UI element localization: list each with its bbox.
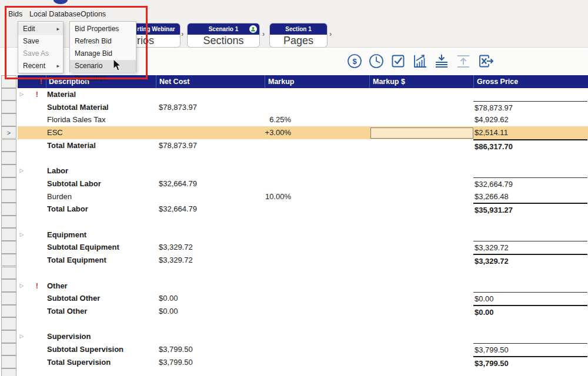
breadcrumb-scenario-button[interactable]: Scenario 1 Sections <box>187 23 260 48</box>
row-selector[interactable] <box>1 164 16 177</box>
net-cost-cell[interactable]: $3,799.50 <box>159 343 193 356</box>
gross-price-cell[interactable]: $0.00 <box>473 292 587 305</box>
gross-price-cell[interactable]: $3,266.48 <box>473 190 587 203</box>
row-selector[interactable] <box>1 139 16 152</box>
description-cell[interactable]: Total Labor <box>47 203 88 216</box>
row-selector[interactable] <box>1 75 16 88</box>
gross-price-cell[interactable]: $4,929.62 <box>473 113 587 126</box>
column-header-net-cost[interactable]: Net Cost <box>156 75 265 88</box>
table-row[interactable]: Total Other$0.00$0.00 <box>18 305 588 318</box>
description-cell[interactable]: Total Other <box>47 305 87 318</box>
description-cell[interactable]: Supervision <box>47 330 91 343</box>
row-selector[interactable] <box>1 152 16 164</box>
row-selector[interactable] <box>1 330 16 343</box>
menu-local-database[interactable]: Local Database <box>29 10 81 18</box>
table-row[interactable]: Subtotal Equipment$3,329.72$3,329.72 <box>18 241 588 254</box>
column-header-gross-price[interactable]: Gross Price <box>473 75 588 88</box>
expand-arrow-icon[interactable]: ▷ <box>18 164 25 177</box>
export-up-icon[interactable] <box>455 53 472 69</box>
row-selector-active[interactable]: > <box>1 126 16 139</box>
description-cell[interactable]: Subtotal Supervision <box>47 343 123 356</box>
table-row[interactable]: Subtotal Material$78,873.97$78,873.97 <box>18 101 588 114</box>
row-selector[interactable] <box>1 216 16 229</box>
net-cost-cell[interactable]: $3,329.72 <box>159 254 193 267</box>
submenu-item-refresh-bid[interactable]: Refresh Bid <box>70 35 136 48</box>
gross-price-cell[interactable]: $2,514.11 <box>473 126 587 139</box>
row-selector[interactable] <box>1 343 16 356</box>
net-cost-cell[interactable]: $78,873.97 <box>159 101 197 114</box>
net-cost-cell[interactable]: $0.00 <box>159 292 178 305</box>
gross-price-cell[interactable]: $86,317.70 <box>473 139 587 152</box>
row-selector[interactable] <box>1 368 16 376</box>
net-cost-cell[interactable]: $3,799.50 <box>159 356 193 369</box>
menu-bids[interactable]: Bids <box>8 10 22 18</box>
table-row[interactable]: Total Supervision$3,799.50$3,799.50 <box>18 356 588 369</box>
row-selector[interactable] <box>1 113 16 126</box>
breadcrumb-bid-button[interactable]: rting Webinar rios <box>132 23 181 48</box>
net-cost-cell[interactable]: $0.00 <box>159 305 178 318</box>
submenu-item-bid-properties[interactable]: Bid Properties <box>70 23 136 35</box>
column-header-alert[interactable]: ! <box>18 75 46 88</box>
row-selector[interactable] <box>1 305 16 318</box>
gross-price-cell[interactable]: $3,799.50 <box>473 343 587 356</box>
column-header-markup[interactable]: Markup <box>265 75 369 88</box>
table-row[interactable]: Subtotal Labor$32,664.79$32,664.79 <box>18 177 588 190</box>
description-cell[interactable]: Subtotal Other <box>47 292 100 305</box>
description-cell[interactable]: Material <box>47 88 76 101</box>
row-selector[interactable] <box>1 279 16 292</box>
markup-cell[interactable]: +3.00% <box>250 126 291 139</box>
table-row[interactable]: Total Labor$32,664.79$35,931.27 <box>18 203 588 216</box>
row-selector[interactable] <box>1 254 16 267</box>
clock-icon[interactable] <box>368 53 385 69</box>
row-selector[interactable] <box>1 88 16 101</box>
gross-price-cell[interactable]: $32,664.79 <box>473 177 587 190</box>
row-selector[interactable] <box>1 100 16 113</box>
table-row[interactable]: ▷Supervision <box>18 330 588 343</box>
description-cell[interactable]: Total Supervision <box>47 356 111 369</box>
table-row[interactable]: ▷!Other <box>18 280 588 293</box>
table-row[interactable]: Total Material$78,873.97$86,317.70 <box>18 139 588 152</box>
net-cost-cell[interactable]: $3,329.72 <box>159 241 193 254</box>
markup-cell[interactable]: 6.25% <box>250 113 291 126</box>
expand-arrow-icon[interactable]: ▷ <box>18 330 25 343</box>
table-row[interactable]: ESC+3.00%$2,514.11 <box>18 126 588 139</box>
expand-arrow-icon[interactable]: ▷ <box>18 280 25 293</box>
row-selector[interactable] <box>1 317 16 330</box>
table-row[interactable]: ▷Labor <box>18 164 588 177</box>
net-cost-cell[interactable]: $78,873.97 <box>159 139 197 152</box>
description-cell[interactable]: Total Material <box>47 139 96 152</box>
menu-item-recent[interactable]: Recent▸ <box>18 60 63 72</box>
dollar-circle-icon[interactable]: $ <box>346 53 363 69</box>
submenu-item-scenario-properties[interactable]: Scenario Properties <box>70 60 136 72</box>
row-selector[interactable] <box>1 355 16 368</box>
table-row[interactable]: ▷!Material <box>18 88 588 101</box>
row-selector[interactable] <box>1 292 16 305</box>
markup-dollar-edit-cell[interactable] <box>370 127 473 139</box>
column-header-markup-dollar[interactable]: Markup $ <box>369 75 473 88</box>
gross-price-cell[interactable]: $0.00 <box>473 305 587 318</box>
markup-cell[interactable]: 10.00% <box>250 190 291 203</box>
description-cell[interactable]: Subtotal Equipment <box>47 241 119 254</box>
description-cell[interactable]: Labor <box>47 164 68 177</box>
gross-price-cell[interactable]: $78,873.97 <box>473 101 587 114</box>
row-selector[interactable] <box>1 203 16 216</box>
row-selector[interactable] <box>1 190 16 203</box>
row-selector[interactable] <box>1 177 16 190</box>
chart-icon[interactable] <box>412 53 428 69</box>
description-cell[interactable]: Total Equipment <box>47 254 106 267</box>
gross-price-cell[interactable]: $35,931.27 <box>473 203 587 216</box>
net-cost-cell[interactable]: $32,664.79 <box>159 177 197 190</box>
table-row[interactable]: Subtotal Supervision$3,799.50$3,799.50 <box>18 343 588 356</box>
row-selector[interactable] <box>1 228 16 241</box>
table-row[interactable]: Total Equipment$3,329.72$3,329.72 <box>18 254 588 267</box>
breadcrumb-section-button[interactable]: Section 1 Pages <box>269 23 328 48</box>
import-down-icon[interactable] <box>433 53 450 69</box>
checkbox-icon[interactable] <box>390 53 406 69</box>
expand-arrow-icon[interactable]: ▷ <box>18 229 25 241</box>
table-row[interactable]: Florida Sales Tax6.25%$4,929.62 <box>18 113 588 126</box>
expand-arrow-icon[interactable]: ▷ <box>18 88 25 101</box>
table-row[interactable]: Burden10.00%$3,266.48 <box>18 190 588 203</box>
gross-price-cell[interactable]: $3,329.72 <box>473 254 587 267</box>
description-cell[interactable]: Subtotal Labor <box>47 177 101 190</box>
description-cell[interactable]: Equipment <box>47 229 86 241</box>
